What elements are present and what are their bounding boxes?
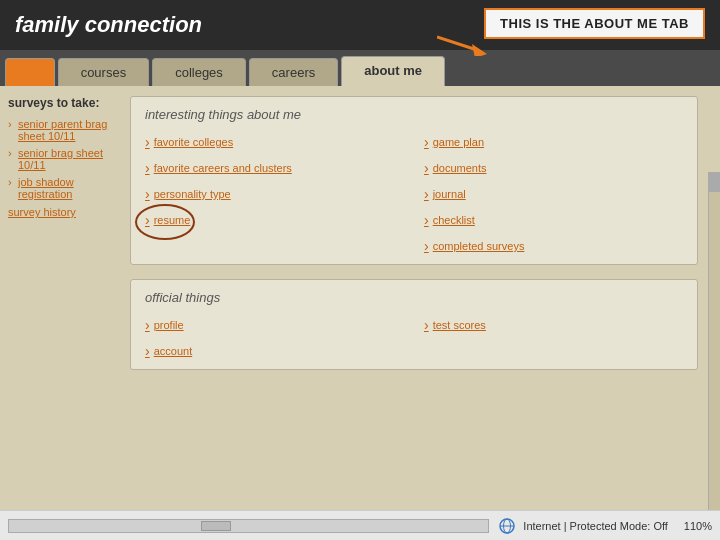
official-things-right: test scores	[424, 317, 683, 359]
link-profile[interactable]: profile	[145, 317, 404, 333]
link-account[interactable]: account	[145, 343, 404, 359]
link-game-plan[interactable]: game plan	[424, 134, 683, 150]
sidebar-link-job-shadow[interactable]: job shadow registration	[8, 176, 112, 200]
tab-colleges[interactable]: colleges	[152, 58, 246, 86]
zoom-level: 110%	[684, 520, 712, 532]
statusbar: Internet | Protected Mode: Off 110%	[0, 510, 720, 540]
interesting-things-title: interesting things about me	[145, 107, 683, 122]
scroll-thumb	[201, 521, 231, 531]
official-things-section: official things profile account test sco…	[130, 279, 698, 370]
link-completed-surveys[interactable]: completed surveys	[424, 238, 683, 254]
internet-status: Internet | Protected Mode: Off	[523, 520, 668, 532]
status-scrollbar[interactable]	[8, 519, 489, 533]
official-things-grid: profile account test scores	[145, 317, 683, 359]
header: family connection THIS IS THE ABOUT ME T…	[0, 0, 720, 50]
svg-marker-1	[472, 44, 487, 56]
link-favorite-careers[interactable]: favorite careers and clusters	[145, 160, 404, 176]
sidebar-title: surveys to take:	[8, 96, 112, 110]
tab-courses[interactable]: courses	[58, 58, 150, 86]
interesting-things-section: interesting things about me favorite col…	[130, 96, 698, 265]
sidebar-link-survey-history[interactable]: survey history	[8, 206, 112, 218]
status-right: Internet | Protected Mode: Off 110%	[499, 518, 712, 534]
link-checklist[interactable]: checklist	[424, 212, 683, 228]
sidebar: surveys to take: senior parent brag shee…	[0, 86, 120, 510]
interesting-things-left: favorite colleges favorite careers and c…	[145, 134, 404, 254]
tab-careers[interactable]: careers	[249, 58, 338, 86]
about-me-callout: THIS IS THE ABOUT ME TAB	[484, 8, 705, 39]
interesting-things-grid: favorite colleges favorite careers and c…	[145, 134, 683, 254]
tab-about-me[interactable]: about me	[341, 56, 445, 86]
sidebar-link-senior-brag-sheet[interactable]: senior brag sheet 10/11	[8, 147, 112, 171]
link-test-scores[interactable]: test scores	[424, 317, 683, 333]
official-things-title: official things	[145, 290, 683, 305]
interesting-things-right: game plan documents journal checklist co…	[424, 134, 683, 254]
link-personality-type[interactable]: personality type	[145, 186, 404, 202]
scrollbar[interactable]	[708, 172, 720, 540]
link-resume[interactable]: resume	[145, 212, 190, 228]
sidebar-link-senior-parent-brag[interactable]: senior parent brag sheet 10/11	[8, 118, 112, 142]
main-panel: interesting things about me favorite col…	[120, 86, 708, 510]
link-journal[interactable]: journal	[424, 186, 683, 202]
callout-arrow	[437, 32, 492, 56]
app-title: family connection	[15, 12, 202, 38]
nav-tabs: courses colleges careers about me	[0, 50, 720, 86]
tab-home[interactable]	[5, 58, 55, 86]
official-things-left: profile account	[145, 317, 404, 359]
globe-icon	[499, 518, 515, 534]
link-favorite-colleges[interactable]: favorite colleges	[145, 134, 404, 150]
svg-line-0	[437, 37, 477, 50]
content-area: surveys to take: senior parent brag shee…	[0, 86, 720, 510]
link-documents[interactable]: documents	[424, 160, 683, 176]
